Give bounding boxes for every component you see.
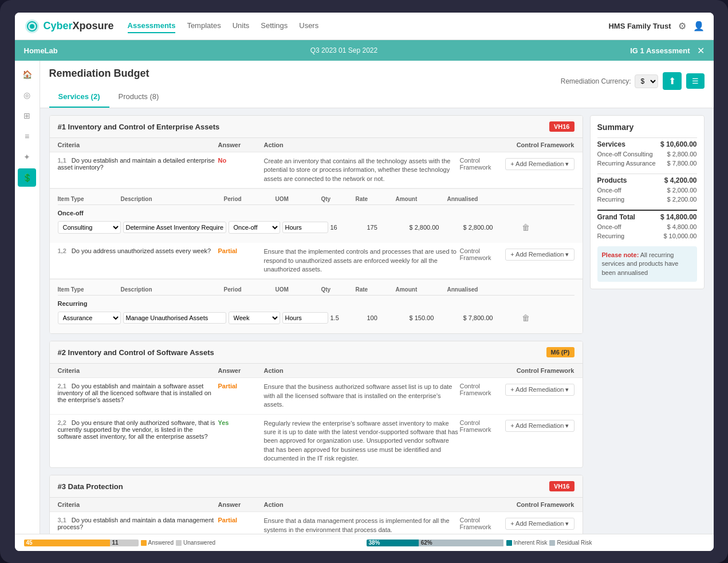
services-total: $ 10,600.00 — [660, 140, 696, 148]
action-text: Create an inventory that contains all th… — [264, 157, 460, 183]
description-input[interactable] — [123, 222, 226, 233]
description-input-2[interactable] — [123, 312, 226, 324]
summary-services-section: Services $ 10,600.00 Once-off Consulting… — [597, 137, 697, 168]
qty-value-2: 1.5 — [330, 314, 365, 321]
products-once-off-val: $ 2,000.00 — [667, 187, 697, 194]
products-total: $ 4,200.00 — [664, 176, 697, 184]
answered-bar: 45 11 — [24, 540, 139, 546]
user-icon[interactable]: 👤 — [693, 21, 705, 32]
logo: CyberXposure — [24, 18, 114, 34]
nav-links: Assessments Templates Units Settings Use… — [128, 19, 609, 33]
nav-link-units[interactable]: Units — [233, 19, 250, 33]
answer-3-1: Partial — [218, 517, 264, 523]
add-remediation-btn-1-1[interactable]: + Add Remediation ▾ — [505, 158, 574, 170]
nav-link-users[interactable]: Users — [299, 19, 318, 33]
rem-section-label-recurring: Recurring — [58, 298, 574, 309]
grand-recurring-label: Recurring — [597, 233, 625, 239]
criteria-row-2-1: 2,1 Do you establish and maintain a soft… — [50, 378, 583, 414]
grand-total-val: $ 14,800.00 — [660, 213, 696, 221]
rem-table-header: Item Type Description Period UOM Qty Rat… — [58, 194, 574, 205]
uom-input[interactable] — [282, 222, 328, 233]
answered-fill: 45 — [24, 540, 110, 546]
action-2-1: Ensure that the business authorized soft… — [264, 383, 460, 409]
rate-value-2: 100 — [367, 314, 407, 321]
section-2-header: #2 Inventory and Control of Software Ass… — [50, 341, 583, 364]
criteria-question: Do you address unauthorized assets every… — [72, 247, 211, 254]
note-box: Please note: All recurring services and … — [597, 246, 697, 282]
menu-button[interactable]: ☰ — [686, 73, 705, 89]
tab-services[interactable]: Services (2) — [49, 86, 109, 108]
amount-value-2: $ 150.00 — [410, 314, 461, 321]
criteria-header-3: Criteria Answer Action Control Framework — [50, 498, 583, 512]
period-select-2[interactable]: Week — [229, 312, 280, 324]
qty-value: 16 — [330, 224, 365, 231]
sidebar-icon-list[interactable]: ≡ — [18, 127, 36, 145]
answer-no: No — [218, 157, 264, 164]
action-3-1: Ensure that a data management process is… — [264, 517, 460, 534]
delete-button-2[interactable]: 🗑 — [517, 313, 534, 322]
action-2-2: Regularly review the enterprise's softwa… — [264, 419, 460, 463]
summary-grand-total-section: Grand Total $ 14,800.00 Once-off $ 4,800… — [597, 210, 697, 241]
summary-products-section: Products $ 4,200.00 Once-off $ 2,000.00 … — [597, 174, 697, 204]
sidebar-icon-home[interactable]: 🏠 — [18, 65, 36, 84]
breadcrumb-left: HomeLab — [24, 46, 58, 55]
sidebar-icon-budget[interactable]: 💲 — [18, 168, 36, 187]
sidebar-icon-grid[interactable]: ⊞ — [18, 107, 36, 125]
legend-answered: Answered — [141, 540, 174, 546]
inherent-fill: 38% — [367, 540, 419, 546]
delete-button[interactable]: 🗑 — [517, 223, 534, 232]
summary-card: Summary Services $ 10,600.00 Once-off Co… — [590, 115, 705, 289]
answer-partial: Partial — [218, 247, 264, 254]
criteria-header-2: Criteria Answer Action Control Framework — [50, 364, 583, 378]
tenant-name: HMS Family Trust — [608, 22, 671, 30]
currency-select[interactable]: $ — [635, 74, 658, 88]
currency-selector: Remediation Currency: $ — [561, 74, 658, 88]
criteria-num: 1,2 — [58, 247, 66, 254]
risk-bar: 38% 62% — [367, 540, 504, 546]
content-area: Remediation Budget Services (2) Products… — [40, 61, 714, 534]
recurring-assurance-val: $ 7,800.00 — [667, 160, 697, 167]
criteria-row-3-1: 3,1 Do you establish and maintain a data… — [50, 512, 583, 534]
item-type-select[interactable]: Consulting — [58, 221, 121, 234]
add-remediation-btn-2-1[interactable]: + Add Remediation ▾ — [505, 384, 574, 396]
criteria-q-3-1: Do you establish and maintain a data man… — [58, 517, 214, 530]
rate-value: 175 — [367, 224, 407, 231]
once-off-consulting-val: $ 2,800.00 — [667, 151, 697, 158]
control-framework-area: Control Framework + Add Remediation ▾ — [460, 247, 574, 261]
rem-row-1-2: Assurance Week 1.5 100 — [58, 309, 574, 326]
add-remediation-btn-3-1[interactable]: + Add Remediation ▾ — [505, 518, 574, 530]
nav-right: HMS Family Trust ⚙ 👤 — [608, 21, 704, 32]
nav-link-assessments[interactable]: Assessments — [128, 19, 176, 33]
logo-text: CyberXposure — [44, 20, 114, 32]
settings-icon[interactable]: ⚙ — [678, 21, 686, 32]
criteria-num: 1,1 — [58, 157, 66, 164]
nav-link-settings[interactable]: Settings — [261, 19, 288, 33]
grand-once-off-val: $ 4,800.00 — [667, 223, 697, 230]
annualised-value: $ 2,800.00 — [463, 224, 515, 231]
sidebar-icon-target[interactable]: ◎ — [18, 86, 36, 104]
criteria-row-2-2: 2,2 Do you ensure that only authorized s… — [50, 415, 583, 468]
answer-2-1: Partial — [218, 383, 264, 389]
content-scroll: #1 Inventory and Control of Enterprise A… — [40, 108, 714, 534]
close-icon[interactable]: ✕ — [697, 45, 705, 56]
section-1-header: #1 Inventory and Control of Enterprise A… — [50, 116, 583, 138]
criteria-header-1: Criteria Answer Action Control Framework — [50, 138, 583, 152]
cf-text: Control Framework — [460, 247, 501, 261]
page-title: Remediation Budget Services (2) Products… — [49, 68, 168, 108]
breadcrumb-center: Q3 2023 01 Sep 2022 — [58, 46, 630, 54]
nav-link-templates[interactable]: Templates — [187, 19, 221, 33]
legend-residual: Residual Risk — [549, 540, 592, 546]
period-select[interactable]: Once-off — [229, 221, 280, 234]
item-type-select-2[interactable]: Assurance — [58, 312, 121, 324]
export-button[interactable]: ⬆ — [663, 72, 682, 90]
add-remediation-btn-1-2[interactable]: + Add Remediation ▾ — [505, 249, 574, 261]
products-label: Products — [597, 176, 627, 184]
grand-recurring-val: $ 10,000.00 — [663, 233, 696, 239]
tab-products[interactable]: Products (8) — [109, 86, 168, 108]
section-1-title: #1 Inventory and Control of Enterprise A… — [58, 123, 220, 131]
cf-text: Control Framework — [460, 157, 501, 171]
breadcrumb-bar: HomeLab Q3 2023 01 Sep 2022 IG 1 Assessm… — [15, 40, 714, 61]
add-remediation-btn-2-2[interactable]: + Add Remediation ▾ — [505, 420, 574, 432]
uom-input-2[interactable] — [282, 312, 328, 324]
sidebar-icon-star[interactable]: ✦ — [18, 148, 36, 166]
